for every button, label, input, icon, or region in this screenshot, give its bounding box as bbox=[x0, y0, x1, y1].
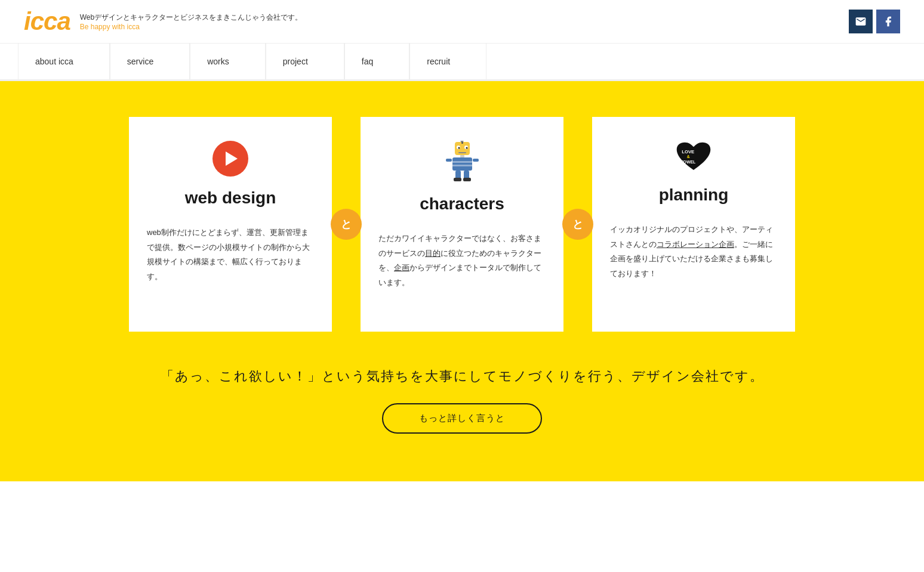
nav-item-project[interactable]: project bbox=[266, 44, 344, 79]
nav-item-works[interactable]: works bbox=[190, 44, 266, 79]
to-badge-1: と bbox=[331, 209, 362, 240]
cards-container: web design web制作だけにとどまらず、運営、更新管理まで提供。数ペー… bbox=[104, 117, 820, 332]
svg-point-6 bbox=[466, 147, 467, 149]
underline-collabo: コラボレーション企画 bbox=[657, 240, 734, 249]
web-design-title: web design bbox=[147, 188, 314, 208]
svg-text:LOVE: LOVE bbox=[682, 149, 694, 154]
svg-rect-7 bbox=[458, 152, 466, 153]
underline-kikaku: 企画 bbox=[394, 263, 409, 272]
svg-text:&: & bbox=[687, 154, 690, 159]
play-triangle bbox=[226, 151, 238, 166]
svg-rect-10 bbox=[452, 161, 472, 163]
svg-point-5 bbox=[458, 147, 460, 149]
logo[interactable]: icca bbox=[24, 7, 70, 36]
navigation: about icca service works project faq rec… bbox=[0, 44, 924, 81]
svg-rect-16 bbox=[454, 178, 461, 181]
planning-icon-container: LOVE & TOWEL bbox=[610, 141, 777, 174]
header-left: icca Webデザインとキャラクターとビジネスをまきこんじゃう会社です。 Be… bbox=[24, 7, 302, 36]
svg-rect-11 bbox=[452, 165, 472, 166]
characters-title: characters bbox=[378, 194, 546, 214]
facebook-button[interactable] bbox=[876, 10, 900, 33]
header-tagline: Webデザインとキャラクターとビジネスをまきこんじゃう会社です。 Be happ… bbox=[80, 13, 302, 31]
underline-mokuteki: 目的 bbox=[425, 249, 441, 258]
svg-text:TOWEL: TOWEL bbox=[681, 160, 696, 164]
email-icon bbox=[855, 16, 867, 27]
character-icon bbox=[443, 141, 482, 183]
card-characters: characters ただカワイイキャラクターではなく、お客さまのサービスの目的… bbox=[361, 117, 563, 332]
svg-rect-13 bbox=[473, 159, 479, 162]
more-btn-container: もっと詳しく言うと bbox=[0, 403, 924, 434]
nav-item-faq[interactable]: faq bbox=[344, 44, 409, 79]
email-button[interactable] bbox=[849, 10, 873, 33]
planning-icon: LOVE & TOWEL bbox=[676, 141, 712, 174]
yellow-section: web design web制作だけにとどまらず、運営、更新管理まで提供。数ペー… bbox=[0, 81, 924, 481]
svg-rect-9 bbox=[452, 157, 472, 171]
tagline-sub: Be happy with icca bbox=[80, 23, 302, 31]
to-badge-2: と bbox=[562, 209, 593, 240]
svg-rect-17 bbox=[463, 178, 471, 181]
header: icca Webデザインとキャラクターとビジネスをまきこんじゃう会社です。 Be… bbox=[0, 0, 924, 44]
nav-item-about-icca[interactable]: about icca bbox=[18, 44, 110, 79]
header-icons bbox=[849, 10, 900, 33]
card-planning: LOVE & TOWEL planning イッカオリジナルのプロジェクトや、ア… bbox=[592, 117, 795, 332]
svg-rect-12 bbox=[446, 159, 452, 162]
svg-rect-8 bbox=[460, 155, 464, 157]
nav-item-service[interactable]: service bbox=[110, 44, 190, 79]
play-icon bbox=[212, 141, 248, 177]
nav-item-recruit[interactable]: recruit bbox=[409, 44, 486, 79]
planning-title: planning bbox=[610, 185, 777, 205]
web-design-icon-container bbox=[147, 141, 314, 177]
bottom-tagline: 「あっ、これ欲しい！」という気持ちを大事にしてモノづくりを行う、デザイン会社です… bbox=[0, 367, 924, 385]
card-web-design: web design web制作だけにとどまらず、運営、更新管理まで提供。数ペー… bbox=[129, 117, 332, 332]
facebook-icon bbox=[882, 16, 894, 27]
character-icon-container bbox=[378, 141, 546, 183]
web-design-body: web制作だけにとどまらず、運営、更新管理まで提供。数ページの小規模サイトの制作… bbox=[147, 225, 314, 285]
tagline-main: Webデザインとキャラクターとビジネスをまきこんじゃう会社です。 bbox=[80, 13, 302, 23]
svg-rect-15 bbox=[464, 171, 469, 179]
planning-body: イッカオリジナルのプロジェクトや、アーティストさんとのコラボレーション企画。ご一… bbox=[610, 222, 777, 282]
more-button[interactable]: もっと詳しく言うと bbox=[382, 403, 542, 434]
svg-rect-14 bbox=[455, 171, 461, 179]
characters-body: ただカワイイキャラクターではなく、お客さまのサービスの目的に役立つためのキャラク… bbox=[378, 231, 546, 290]
